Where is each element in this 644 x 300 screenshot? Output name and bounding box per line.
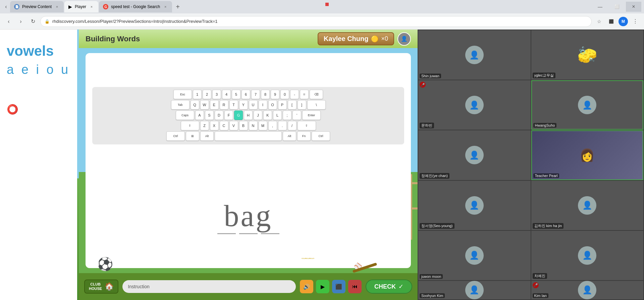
avatar-moonhabin: 👤 [465, 96, 484, 114]
address-box[interactable]: 🔒 rhdiscovery.com/Lesson/Player/2?Previe… [40, 16, 592, 27]
key-p[interactable]: P [278, 100, 287, 110]
tab-google-search[interactable]: G speed test - Google Search × [99, 1, 172, 12]
key-m[interactable]: M [259, 121, 267, 130]
key-equals[interactable]: = [300, 90, 309, 99]
key-tab[interactable]: Tab [171, 100, 190, 110]
forward-button[interactable]: › [16, 17, 25, 26]
key-win[interactable]: ⊞ [186, 131, 199, 141]
key-r[interactable]: R [220, 100, 228, 110]
word-display: bag [217, 199, 279, 233]
key-1[interactable]: 1 [193, 90, 202, 99]
menu-button[interactable]: ⋮ [631, 17, 640, 26]
key-9[interactable]: 9 [271, 90, 279, 99]
key-7[interactable]: 7 [251, 90, 260, 99]
clubhouse-button[interactable]: CLUB HOUSE 🏠 [84, 280, 118, 294]
player-avatar[interactable]: 👤 [397, 32, 411, 46]
mic-off-kimian: 🎤 [533, 282, 539, 288]
key-bracket-r[interactable]: ] [298, 100, 306, 110]
key-z[interactable]: Z [200, 121, 209, 130]
mic-off-moonhabin: 🎤 [420, 82, 426, 88]
browser-back-nav[interactable]: ‹ [3, 3, 9, 10]
key-w[interactable]: W [200, 100, 209, 110]
reload-button[interactable]: ↻ [28, 17, 38, 26]
key-ctrl-r[interactable]: Ctrl [312, 131, 330, 141]
rewind-button[interactable]: ⏮ [348, 280, 362, 293]
key-h[interactable]: H [244, 111, 253, 120]
key-0[interactable]: 0 [280, 90, 289, 99]
key-v[interactable]: V [229, 121, 238, 130]
profile-button[interactable]: M [619, 17, 628, 26]
key-altgr[interactable]: Alt [283, 131, 296, 141]
key-3[interactable]: 3 [212, 90, 221, 99]
key-j[interactable]: J [254, 111, 262, 120]
tab-preview-content[interactable]: 📄 Preview Content × [10, 1, 64, 12]
bookmark-button[interactable]: ☆ [594, 17, 604, 26]
key-k[interactable]: K [263, 111, 272, 120]
key-i[interactable]: I [259, 100, 267, 110]
window-minimize[interactable]: — [592, 2, 608, 12]
key-period[interactable]: . [278, 121, 287, 130]
key-t[interactable]: T [229, 100, 238, 110]
key-bracket-l[interactable]: [ [288, 100, 297, 110]
key-y[interactable]: Y [239, 100, 248, 110]
check-button[interactable]: CHECK ✓ [366, 280, 412, 294]
avatar-chayejin: 👤 [578, 246, 596, 265]
address-text: rhdiscovery.com/Lesson/Player/2?PreviewS… [52, 19, 587, 24]
control-buttons: 🔊 ▶ ⬛ ⏮ [300, 280, 362, 293]
back-button[interactable]: ‹ [4, 17, 13, 26]
key-comma[interactable]: , [268, 121, 277, 130]
key-fn[interactable]: Fn [297, 131, 311, 141]
key-caps[interactable]: Caps [176, 111, 194, 120]
key-x[interactable]: X [210, 121, 219, 130]
key-l[interactable]: L [273, 111, 282, 120]
key-4[interactable]: 4 [222, 90, 231, 99]
key-shift-r[interactable]: ⇧ [298, 121, 316, 130]
key-u[interactable]: U [249, 100, 258, 110]
underline-3 [261, 233, 279, 234]
new-tab-button[interactable]: + [173, 2, 183, 12]
key-n[interactable]: N [249, 121, 258, 130]
key-quote[interactable]: ' [292, 111, 301, 120]
key-enter[interactable]: Enter [302, 111, 321, 120]
key-b[interactable]: B [239, 121, 248, 130]
tab3-close[interactable]: × [163, 4, 168, 9]
extension-button[interactable]: ⬛ [606, 17, 616, 26]
key-esc[interactable]: Esc [173, 90, 192, 99]
speaker-button[interactable]: 🔊 [300, 280, 313, 293]
key-a[interactable]: A [195, 111, 204, 120]
key-backspace[interactable]: ⌫ [310, 90, 323, 99]
key-q[interactable]: Q [191, 100, 199, 110]
key-ctrl[interactable]: Ctrl [166, 131, 185, 141]
key-slash[interactable]: / [288, 121, 297, 130]
tab-player[interactable]: ▶ Player × [64, 1, 98, 12]
stop-button[interactable]: ⬛ [332, 280, 345, 293]
tab3-label: speed test - Google Search [111, 4, 160, 9]
window-maximize[interactable]: ⬜ [609, 2, 625, 12]
participant-name-seoyoung: 정서영(Seo-young) [420, 223, 454, 229]
key-8[interactable]: 8 [261, 90, 270, 99]
video-cell-shin-juwan: 👤 Shin juwan [418, 30, 531, 80]
key-minus[interactable]: - [290, 90, 299, 99]
key-o[interactable]: O [268, 100, 277, 110]
video-cell-kimhajin: 👤 김하진 kim ha jin [531, 181, 644, 230]
participant-name-soohyunkim: Soohyun Kim [420, 293, 445, 298]
key-d[interactable]: D [215, 111, 223, 120]
play-button[interactable]: ▶ [316, 280, 329, 293]
key-semicolon[interactable]: ; [283, 111, 291, 120]
key-s[interactable]: S [205, 111, 214, 120]
video-cell-yechan: 👤 정예진(ye chan) [418, 130, 531, 180]
key-2[interactable]: 2 [203, 90, 211, 99]
key-c[interactable]: C [220, 121, 228, 130]
key-6[interactable]: 6 [241, 90, 250, 99]
key-f[interactable]: F [224, 111, 233, 120]
key-alt[interactable]: Alt [200, 131, 214, 141]
key-e[interactable]: E [210, 100, 219, 110]
tab1-close[interactable]: × [54, 4, 60, 9]
key-g[interactable]: G [234, 111, 243, 120]
key-5[interactable]: 5 [232, 90, 240, 99]
tab2-close[interactable]: × [89, 4, 94, 9]
window-close[interactable]: × [626, 2, 641, 12]
key-backslash[interactable]: \ [307, 100, 326, 110]
key-space[interactable] [215, 131, 282, 141]
key-shift-l[interactable]: ⇧ [181, 121, 199, 130]
